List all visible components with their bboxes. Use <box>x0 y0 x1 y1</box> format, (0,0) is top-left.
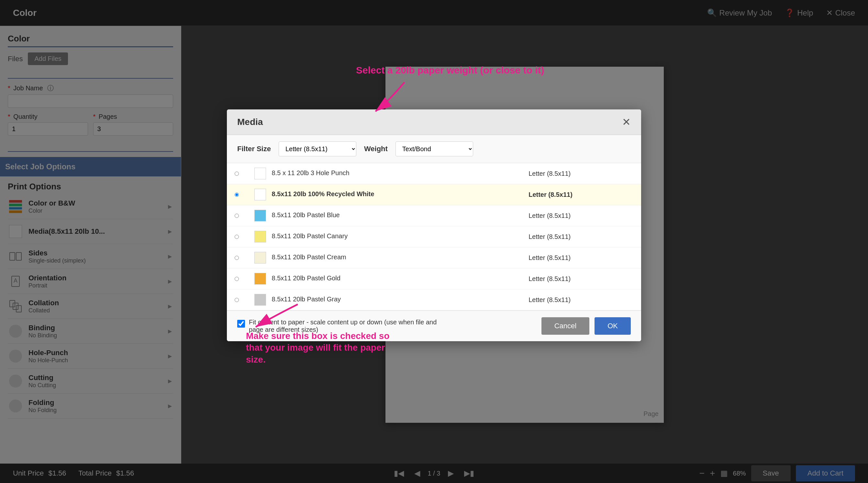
row-radio-cell <box>227 247 247 268</box>
media-table-body: 8.5 x 11 20lb 3 Hole Punch Letter (8.5x1… <box>227 163 641 310</box>
cancel-button[interactable]: Cancel <box>541 317 589 335</box>
media-table-row[interactable]: 8.5x11 20lb Pastel Gold Letter (8.5x11) <box>227 268 641 290</box>
annotation-1: Select a 20lb paper weight (or close to … <box>356 65 545 115</box>
color-swatch-2 <box>254 210 266 221</box>
row-size-cell: Letter (8.5x11) <box>521 205 641 226</box>
row-radio-cell <box>227 226 247 247</box>
fit-content-checkbox[interactable] <box>237 320 245 328</box>
row-radio-cell <box>227 290 247 310</box>
media-name-0: 8.5 x 11 20lb 3 Hole Punch <box>272 169 349 176</box>
color-swatch-4 <box>254 252 266 264</box>
filter-size-select[interactable]: Letter (8.5x11) <box>279 142 356 156</box>
media-name-5: 8.5x11 20lb Pastel Gold <box>272 274 340 282</box>
modal-close-button[interactable]: ✕ <box>622 116 631 128</box>
modal-buttons: Cancel OK <box>541 317 631 335</box>
row-name-cell: 8.5x11 20lb Pastel Gold <box>247 268 521 290</box>
media-radio-1[interactable] <box>235 192 239 197</box>
row-size-cell: Letter (8.5x11) <box>521 226 641 247</box>
color-swatch-5 <box>254 273 266 284</box>
row-name-cell: 8.5x11 20lb Pastel Blue <box>247 205 521 226</box>
media-radio-4[interactable] <box>235 256 239 260</box>
media-radio-6[interactable] <box>235 298 239 302</box>
row-name-cell: 8.5x11 20lb Pastel Gray <box>247 290 521 310</box>
media-table-row[interactable]: 8.5x11 20lb Pastel Gray Letter (8.5x11) <box>227 290 641 310</box>
media-radio-2[interactable] <box>235 214 239 218</box>
media-name-6: 8.5x11 20lb Pastel Gray <box>272 296 341 303</box>
modal-header: Media ✕ <box>227 110 641 135</box>
fit-content-row: Fit content to paper - scale content up … <box>237 319 541 333</box>
filter-size-label: Filter Size <box>237 145 271 153</box>
media-radio-3[interactable] <box>235 235 239 239</box>
modal-title: Media <box>237 117 263 127</box>
media-name-2: 8.5x11 20lb Pastel Blue <box>272 211 340 218</box>
row-radio-cell <box>227 205 247 226</box>
weight-label: Weight <box>364 145 388 153</box>
color-swatch-0 <box>254 168 266 179</box>
media-name-3: 8.5x11 20lb Pastel Canary <box>272 233 348 240</box>
media-name-1: 8.5x11 20lb 100% Recycled White <box>272 190 374 198</box>
color-swatch-1 <box>254 189 266 201</box>
media-radio-5[interactable] <box>235 277 239 281</box>
media-table-row[interactable]: 8.5 x 11 20lb 3 Hole Punch Letter (8.5x1… <box>227 163 641 184</box>
row-size-cell: Letter (8.5x11) <box>521 247 641 268</box>
media-radio-0[interactable] <box>235 172 239 176</box>
row-radio-cell <box>227 184 247 205</box>
modal-overlay: Media ✕ Filter Size Letter (8.5x11) Weig… <box>0 0 868 483</box>
media-table: 8.5 x 11 20lb 3 Hole Punch Letter (8.5x1… <box>227 163 641 310</box>
weight-select[interactable]: Text/Bond <box>396 142 473 156</box>
row-size-cell: Letter (8.5x11) <box>521 184 641 205</box>
color-swatch-3 <box>254 231 266 242</box>
row-size-cell: Letter (8.5x11) <box>521 163 641 184</box>
media-table-row[interactable]: 8.5x11 20lb Pastel Cream Letter (8.5x11) <box>227 247 641 268</box>
row-size-cell: Letter (8.5x11) <box>521 268 641 290</box>
row-name-cell: 8.5x11 20lb Pastel Cream <box>247 247 521 268</box>
row-size-cell: Letter (8.5x11) <box>521 290 641 310</box>
media-name-4: 8.5x11 20lb Pastel Cream <box>272 253 346 261</box>
media-table-row[interactable]: 8.5x11 20lb 100% Recycled White Letter (… <box>227 184 641 205</box>
media-modal: Media ✕ Filter Size Letter (8.5x11) Weig… <box>227 110 641 341</box>
modal-filters: Filter Size Letter (8.5x11) Weight Text/… <box>227 135 641 163</box>
row-name-cell: 8.5x11 20lb 100% Recycled White <box>247 184 521 205</box>
annotation-arrow-1 <box>356 76 421 115</box>
row-name-cell: 8.5 x 11 20lb 3 Hole Punch <box>247 163 521 184</box>
color-swatch-6 <box>254 294 266 306</box>
annotation-text-1: Select a 20lb paper weight (or close to … <box>356 65 545 76</box>
ok-button[interactable]: OK <box>594 317 631 335</box>
row-radio-cell <box>227 163 247 184</box>
row-name-cell: 8.5x11 20lb Pastel Canary <box>247 226 521 247</box>
media-table-row[interactable]: 8.5x11 20lb Pastel Blue Letter (8.5x11) <box>227 205 641 226</box>
modal-footer: Fit content to paper - scale content up … <box>227 310 641 341</box>
row-radio-cell <box>227 268 247 290</box>
fit-content-text: Fit content to paper - scale content up … <box>249 319 443 333</box>
media-table-row[interactable]: 8.5x11 20lb Pastel Canary Letter (8.5x11… <box>227 226 641 247</box>
